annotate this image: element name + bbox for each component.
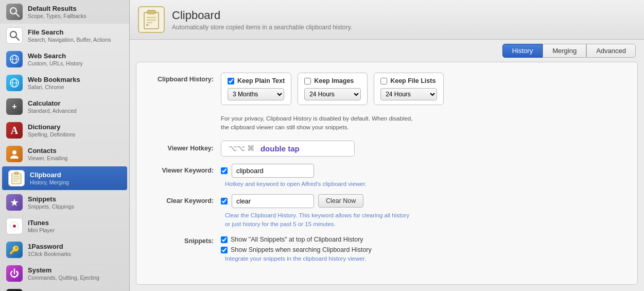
clipboard-history-label: Clipboard History: [149, 73, 221, 83]
sidebar-item-calculator[interactable]: +CalculatorStandard, Advanced [0, 95, 129, 118]
svg-point-10 [12, 150, 16, 155]
sidebar-item-default-results[interactable]: Default ResultsScope, Types, Fallbacks [0, 0, 129, 24]
content-panel: Clipboard History: Keep Plain Text1 Hour… [136, 62, 638, 285]
sidebar-item-sub: 1Click Bookmarks [28, 251, 71, 257]
sidebar-item-sub: History, Merging [30, 179, 69, 185]
viewer-keyword-note: Hotkey and keyword to open Alfred's clip… [225, 181, 625, 187]
duration-select-plain-text[interactable]: 1 Hour4 Hours12 Hours24 Hours48 Hours1 W… [228, 88, 284, 100]
sidebar-icon-large-type: L [6, 289, 23, 291]
svg-point-18 [14, 226, 15, 227]
sidebar-item-itunes[interactable]: iTunesMini Player [0, 214, 129, 238]
snippets-options: Show "All Snippets" at top of Clipboard … [221, 236, 372, 253]
sidebar: Default ResultsScope, Types, FallbacksFi… [0, 0, 130, 291]
duration-select-file-lists[interactable]: 1 Hour4 Hours12 Hours24 Hours48 Hours1 W… [380, 88, 437, 100]
hotkey-arrows: ⌥⌥ ⌘ [229, 144, 254, 152]
snippets-label: Snippets: [149, 236, 221, 245]
sidebar-item-file-search[interactable]: File SearchSearch, Navigation, Buffer, A… [0, 24, 129, 47]
label-plain-text: Keep Plain Text [237, 77, 285, 84]
sidebar-item-name: Snippets [28, 195, 74, 203]
header-icon: ≡ [138, 6, 165, 33]
privacy-note: For your privacy, Clipboard History is d… [221, 114, 416, 132]
option-box-file-lists: Keep File Lists1 Hour4 Hours12 Hours24 H… [374, 73, 444, 105]
header: ≡ Clipboard Automatically store copied i… [130, 0, 644, 40]
sidebar-icon-system: ⏻ [6, 265, 23, 282]
svg-rect-12 [14, 172, 19, 175]
tab-history[interactable]: History [502, 44, 543, 58]
checkbox-plain-text[interactable] [228, 78, 234, 84]
sidebar-item-sub: Spelling, Definitions [28, 131, 75, 138]
sidebar-item-snippets[interactable]: ★SnippetsSnippets, Clippings [0, 191, 129, 214]
viewer-keyword-label: Viewer Keyword: [149, 167, 221, 174]
history-options: Keep Plain Text1 Hour4 Hours12 Hours24 H… [221, 73, 444, 105]
sidebar-item-contacts[interactable]: ContactsViewer, Emailing [0, 142, 129, 166]
svg-line-1 [16, 13, 19, 16]
sidebar-item-sub: Standard, Advanced [28, 108, 77, 114]
snippet-checkbox-show-all-snippets[interactable] [221, 236, 228, 243]
tab-bar: HistoryMergingAdvanced [130, 40, 644, 58]
sidebar-icon-snippets: ★ [6, 194, 23, 211]
snippet-row-show-snippets-searching: Show Snippets when searching Clipboard H… [221, 246, 372, 253]
clear-keyword-label: Clear Keyword: [149, 197, 221, 204]
sidebar-item-name: File Search [28, 28, 111, 36]
sidebar-item-name: Clipboard [30, 171, 69, 179]
sidebar-icon-file-search [6, 27, 23, 44]
viewer-keyword-checkbox[interactable] [221, 167, 228, 174]
sidebar-item-name: Web Bookmarks [28, 76, 80, 83]
svg-text:≡: ≡ [146, 23, 149, 27]
sidebar-item-dictionary[interactable]: ADictionarySpelling, Definitions [0, 118, 129, 142]
sidebar-item-sub: Commands, Quitting, Ejecting [28, 275, 99, 281]
header-text: Clipboard Automatically store copied ite… [172, 9, 352, 31]
sidebar-icon-1password: 🔑 [6, 242, 23, 258]
sidebar-icon-calculator: + [6, 98, 23, 115]
clear-keyword-checkbox[interactable] [221, 198, 228, 204]
sidebar-icon-contacts [6, 146, 23, 162]
sidebar-item-name: Default Results [28, 5, 86, 12]
sidebar-item-clipboard[interactable]: ClipboardHistory, Merging [2, 166, 127, 190]
checkbox-file-lists[interactable] [380, 78, 387, 84]
main-content: ≡ Clipboard Automatically store copied i… [130, 0, 644, 291]
duration-select-images[interactable]: 1 Hour4 Hours12 Hours24 Hours48 Hours1 W… [304, 88, 361, 100]
header-subtitle: Automatically store copied items in a se… [172, 24, 352, 31]
snippet-row-show-all-snippets: Show "All Snippets" at top of Clipboard … [221, 236, 372, 243]
sidebar-item-sub: Search, Navigation, Buffer, Actions [28, 37, 111, 43]
clear-keyword-input[interactable] [232, 194, 314, 208]
sidebar-item-name: Dictionary [28, 123, 75, 131]
svg-rect-20 [147, 10, 155, 14]
sidebar-item-name: iTunes [28, 219, 55, 227]
clear-now-button[interactable]: Clear Now [318, 194, 363, 208]
snippets-note: Integrate your snippets in the clipboard… [225, 255, 625, 262]
sidebar-item-web-bookmarks[interactable]: Web BookmarksSafari, Chrome [0, 71, 129, 95]
checkbox-images[interactable] [304, 78, 311, 84]
sidebar-item-name: Contacts [28, 147, 67, 155]
clipboard-history-row: Clipboard History: Keep Plain Text1 Hour… [149, 73, 625, 105]
sidebar-item-name: 1Password [28, 243, 71, 250]
sidebar-item-sub: Custom, URLs, History [28, 60, 83, 66]
snippets-row: Snippets: Show "All Snippets" at top of … [149, 236, 625, 253]
snippet-checkbox-show-snippets-searching[interactable] [221, 247, 228, 253]
hotkey-text: double tap [260, 144, 300, 153]
tab-merging[interactable]: Merging [543, 44, 586, 58]
sidebar-icon-itunes [6, 218, 23, 234]
svg-point-0 [10, 8, 16, 14]
sidebar-item-sub: Scope, Types, Fallbacks [28, 13, 86, 19]
sidebar-item-1password[interactable]: 🔑1Password1Click Bookmarks [0, 238, 129, 262]
sidebar-item-large-type[interactable]: LLarge TypeDisplay, Font [0, 285, 129, 291]
tab-advanced[interactable]: Advanced [586, 44, 636, 58]
sidebar-icon-dictionary: A [6, 122, 23, 139]
label-images: Keep Images [314, 77, 354, 84]
svg-line-3 [16, 37, 19, 40]
viewer-hotkey-row: Viewer Hotkey: ⌥⌥ ⌘ double tap [149, 141, 625, 157]
sidebar-icon-web-search [6, 51, 23, 67]
sidebar-item-sub: Viewer, Emailing [28, 155, 67, 161]
option-box-plain-text: Keep Plain Text1 Hour4 Hours12 Hours24 H… [221, 73, 291, 105]
option-box-images: Keep Images1 Hour4 Hours12 Hours24 Hours… [298, 73, 368, 105]
sidebar-icon-clipboard [8, 170, 25, 186]
sidebar-item-system[interactable]: ⏻SystemCommands, Quitting, Ejecting [0, 262, 129, 285]
sidebar-item-web-search[interactable]: Web SearchCustom, URLs, History [0, 47, 129, 71]
sidebar-item-sub: Snippets, Clippings [28, 203, 74, 210]
viewer-hotkey-label: Viewer Hotkey: [149, 145, 221, 152]
hotkey-display[interactable]: ⌥⌥ ⌘ double tap [221, 141, 355, 157]
viewer-keyword-input[interactable] [232, 164, 314, 178]
clear-keyword-inputs: Clear Now [221, 194, 363, 208]
viewer-keyword-row: Viewer Keyword: [149, 164, 625, 178]
